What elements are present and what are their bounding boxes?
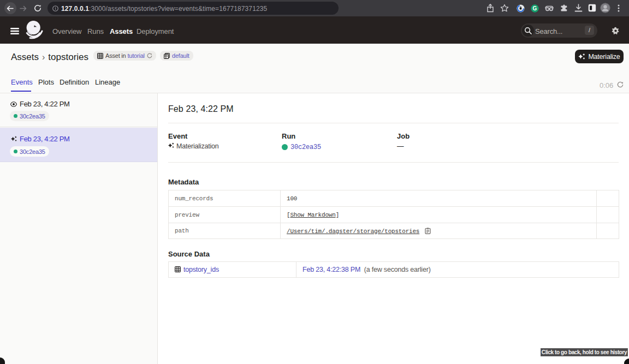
svg-text:G: G	[533, 5, 537, 11]
